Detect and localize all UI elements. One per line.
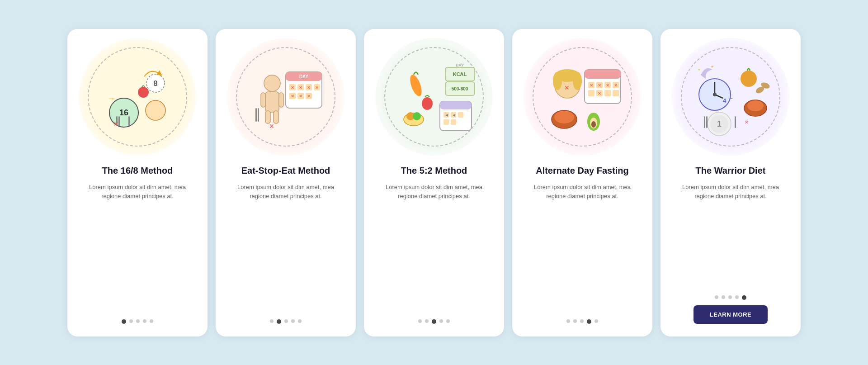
svg-rect-69 bbox=[604, 90, 611, 96]
svg-rect-70 bbox=[613, 90, 619, 96]
card-eat-stop-eat: DAY ✕ ✕ ✕ ✕ ✕ ✕ ✕ bbox=[216, 29, 356, 337]
dot-1 bbox=[715, 295, 718, 299]
svg-rect-43 bbox=[440, 101, 472, 109]
svg-point-85 bbox=[713, 93, 717, 96]
svg-text:4: 4 bbox=[723, 97, 726, 104]
dot-3 bbox=[580, 319, 584, 323]
svg-point-80 bbox=[591, 121, 596, 128]
svg-point-51 bbox=[408, 73, 424, 98]
svg-text:✕: ✕ bbox=[561, 123, 565, 130]
card-alternate-day: ✕ ✕ ✕ ✕ ✕ bbox=[512, 29, 652, 337]
dot-3 bbox=[284, 319, 288, 323]
dot-5 bbox=[150, 319, 153, 323]
card-5-illustration: 4 ✦ ✦ 1 bbox=[672, 38, 789, 156]
dot-4 bbox=[735, 295, 739, 299]
card-5-title: The Warrior Diet bbox=[685, 160, 777, 179]
dot-5 bbox=[742, 295, 746, 300]
svg-text:✕: ✕ bbox=[291, 85, 294, 90]
svg-rect-30 bbox=[261, 93, 265, 107]
learn-more-button[interactable]: LEARN MORE bbox=[693, 305, 768, 324]
svg-text:✕: ✕ bbox=[564, 84, 570, 91]
svg-rect-33 bbox=[274, 111, 278, 123]
card-1-illustration: 16 8 → bbox=[79, 38, 196, 156]
dot-2 bbox=[573, 319, 577, 323]
dot-2 bbox=[129, 319, 133, 323]
svg-text:✕: ✕ bbox=[269, 123, 274, 130]
card-4-body: Lorem ipsum dolor sit dim amet, mea regi… bbox=[512, 179, 652, 314]
svg-rect-8 bbox=[128, 116, 130, 126]
dot-3 bbox=[728, 295, 732, 299]
dot-2 bbox=[722, 295, 725, 299]
svg-text:1: 1 bbox=[717, 119, 722, 128]
svg-text:✦: ✦ bbox=[710, 64, 714, 69]
dot-1 bbox=[122, 319, 126, 324]
svg-rect-29 bbox=[265, 92, 279, 112]
dot-3 bbox=[432, 319, 436, 324]
svg-rect-46 bbox=[458, 112, 463, 118]
svg-point-28 bbox=[264, 75, 280, 91]
dot-5 bbox=[298, 319, 302, 323]
dot-2 bbox=[277, 319, 281, 324]
svg-text:✕: ✕ bbox=[614, 83, 618, 88]
card-2-dots bbox=[270, 314, 302, 324]
svg-point-52 bbox=[422, 97, 433, 110]
svg-text:✕: ✕ bbox=[307, 85, 311, 90]
svg-rect-48 bbox=[451, 119, 456, 125]
svg-text:DAY: DAY bbox=[299, 74, 309, 79]
svg-text:8: 8 bbox=[154, 80, 158, 87]
svg-text:✕: ✕ bbox=[598, 91, 601, 96]
card-2-body: Lorem ipsum dolor sit dim amet, mea regi… bbox=[216, 179, 356, 314]
svg-text:KCAL: KCAL bbox=[453, 71, 467, 77]
svg-point-9 bbox=[138, 87, 149, 98]
svg-point-74 bbox=[573, 72, 582, 90]
dot-4 bbox=[439, 319, 443, 323]
dot-4 bbox=[587, 319, 591, 324]
svg-point-5 bbox=[146, 100, 165, 120]
card-1-title: The 16/8 Method bbox=[91, 160, 184, 179]
svg-point-73 bbox=[553, 72, 562, 90]
svg-rect-31 bbox=[279, 93, 283, 107]
card-2-title: Eat-Stop-Eat Method bbox=[231, 160, 341, 179]
dot-5 bbox=[446, 319, 450, 323]
svg-point-77 bbox=[554, 111, 574, 123]
dot-5 bbox=[594, 319, 598, 323]
dot-1 bbox=[418, 319, 422, 323]
svg-rect-97 bbox=[704, 116, 705, 128]
svg-text:DAY: DAY bbox=[456, 63, 464, 67]
card-3-title: The 5:2 Method bbox=[390, 160, 478, 179]
cards-container: 16 8 → bbox=[54, 11, 814, 355]
dot-3 bbox=[136, 319, 140, 323]
svg-rect-98 bbox=[706, 116, 708, 128]
svg-text:✕: ✕ bbox=[299, 85, 302, 90]
svg-text:✕: ✕ bbox=[113, 120, 119, 128]
svg-text:◀: ◀ bbox=[453, 113, 456, 117]
card-5-body: Lorem ipsum dolor sit dim amet, mea regi… bbox=[660, 179, 801, 290]
svg-rect-57 bbox=[585, 70, 621, 79]
card-4-title: Alternate Day Fasting bbox=[525, 160, 640, 179]
card-168-method: 16 8 → bbox=[67, 29, 208, 337]
dot-1 bbox=[566, 319, 570, 323]
svg-rect-66 bbox=[588, 90, 594, 96]
svg-text:◀: ◀ bbox=[445, 113, 448, 117]
card-warrior-diet: 4 ✦ ✦ 1 bbox=[660, 29, 801, 337]
svg-text:✕: ✕ bbox=[745, 119, 749, 125]
card-3-body: Lorem ipsum dolor sit dim amet, mea regi… bbox=[364, 179, 504, 314]
dot-4 bbox=[291, 319, 295, 323]
svg-rect-99 bbox=[735, 116, 736, 128]
svg-point-93 bbox=[747, 100, 764, 111]
svg-rect-34 bbox=[255, 108, 257, 122]
svg-text:→: → bbox=[728, 95, 734, 101]
svg-text:✦: ✦ bbox=[698, 68, 701, 72]
card-2-illustration: DAY ✕ ✕ ✕ ✕ ✕ ✕ ✕ bbox=[227, 38, 344, 156]
svg-rect-47 bbox=[443, 119, 449, 125]
dot-4 bbox=[143, 319, 146, 323]
svg-text:✕: ✕ bbox=[315, 85, 319, 90]
svg-rect-35 bbox=[258, 108, 259, 122]
svg-point-55 bbox=[413, 112, 421, 120]
card-5-svg: 4 ✦ ✦ 1 bbox=[683, 49, 778, 144]
dot-2 bbox=[425, 319, 429, 323]
dot-1 bbox=[270, 319, 274, 323]
card-3-illustration: KCAL DAY 500-600 ◀ ◀ bbox=[375, 38, 493, 156]
svg-text:16: 16 bbox=[119, 108, 128, 117]
svg-rect-32 bbox=[265, 111, 270, 123]
